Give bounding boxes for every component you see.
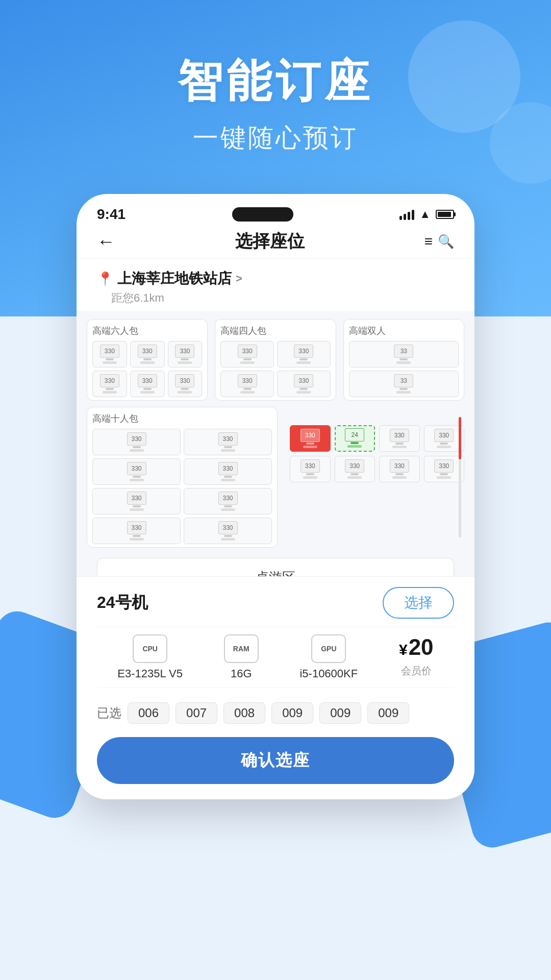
seat-item[interactable]: 330 [168,341,203,368]
gpu-icon: GPU [311,634,346,663]
room-6person-label: 高端六人包 [92,325,202,337]
seat-item[interactable]: 330 [92,429,181,455]
seat-item[interactable]: 33 [349,341,459,368]
wifi-icon: ▲ [419,208,431,221]
room-4person-seats: 330 330 330 [220,341,330,397]
ram-value: 16G [231,667,252,680]
signal-bar-1 [399,216,402,220]
signal-bar-4 [412,210,414,220]
seat-item[interactable]: 33 [349,371,459,397]
seat-item[interactable]: 330 [277,371,331,397]
seat-item[interactable]: 330 [220,341,274,368]
seat-map[interactable]: 高端六人包 330 330 330 [77,311,474,576]
price-display: ¥ 20 [399,634,434,660]
store-name-row[interactable]: 📍 上海莘庄地铁站店 > [97,269,454,288]
map-scrollbar-thumb [459,417,461,459]
confirm-button[interactable]: 确认选座 [97,737,454,784]
table-zone-label: 桌游区 [256,570,295,576]
room-4person: 高端四人包 330 330 330 [215,319,336,401]
seat-item[interactable]: 330 [92,458,181,485]
seat-item[interactable]: 330 [130,371,165,397]
spec-price: ¥ 20 会员价 [399,634,434,678]
room-6person: 高端六人包 330 330 330 [87,319,208,401]
seat-selected[interactable]: 24 [335,425,375,452]
select-button[interactable]: 选择 [383,587,454,619]
seat-map-inner: 高端六人包 330 330 330 [77,311,474,576]
machine-info-row: 24号机 选择 [97,587,454,619]
store-distance: 距您6.1km [111,290,454,306]
room-2person-seats: 33 33 [349,341,459,397]
seat-occupied[interactable]: 330 [290,425,331,452]
location-icon: 📍 [97,271,113,287]
battery-icon [436,210,454,219]
room-big-left-seats: 330 330 330 [92,429,272,544]
search-icon[interactable]: 🔍 [438,234,454,250]
ram-icon: RAM [224,634,259,663]
spec-cpu: CPU E3-1235L V5 [117,634,183,680]
seat-item[interactable]: 330 [92,371,127,397]
top-rooms-row: 高端六人包 330 330 330 [87,319,464,401]
signal-icon [399,209,414,220]
spec-gpu: GPU i5-10600KF [299,634,358,680]
price-value: 20 [409,634,434,660]
hero-title: 智能订座 [0,51,551,112]
selected-seats-row: 已选 006 007 008 009 009 009 [97,696,454,730]
dynamic-island [232,207,293,222]
room-big-right-wrapper: 330 24 330 [285,407,464,548]
room-big-right-seats: 330 24 330 [285,407,464,482]
machine-number: 24号机 [97,592,148,614]
filter-icon[interactable]: ≡ [424,233,433,250]
seat-item[interactable]: 330 [277,341,331,368]
hero-subtitle: 一键随心预订 [0,121,551,155]
seat-item[interactable]: 330 [130,341,165,368]
nav-right-icons: ≡ 🔍 [424,233,454,250]
status-time: 9:41 [97,206,126,223]
room-2person: 高端双人 33 33 [343,319,464,401]
selected-seat-5[interactable]: 009 [319,702,361,724]
room-10person-label: 高端十人包 [92,412,272,425]
seat-item[interactable]: 330 [92,341,127,368]
signal-bar-3 [408,212,410,220]
map-scrollbar [459,417,461,537]
seat-item[interactable]: 330 [220,371,274,397]
store-name: 上海莘庄地铁站店 [117,269,232,288]
seat-item[interactable]: 330 [379,425,420,452]
battery-fill [438,212,451,217]
gpu-value: i5-10600KF [299,667,358,680]
selected-seat-6[interactable]: 009 [367,702,409,724]
back-button[interactable]: ← [97,231,115,252]
seat-item[interactable]: 330 [92,518,181,544]
price-symbol: ¥ [399,641,408,658]
seat-item[interactable]: 330 [290,456,331,482]
seat-item[interactable]: 330 [168,371,203,397]
selected-seat-4[interactable]: 009 [271,702,313,724]
bottom-panel: 24号机 选择 CPU E3-1235L V5 RAM 16G [77,576,474,799]
selected-seat-1[interactable]: 006 [128,702,169,724]
seat-item[interactable]: 330 [92,488,181,514]
specs-row: CPU E3-1235L V5 RAM 16G GPU i5-10600KF [97,627,454,688]
cpu-value: E3-1235L V5 [117,667,183,680]
room-big-left: 高端十人包 330 330 330 [87,407,278,548]
spec-ram: RAM 16G [224,634,259,680]
selected-label: 已选 [97,705,121,721]
seat-item[interactable]: 330 [184,429,272,455]
seat-item[interactable]: 330 [184,518,272,544]
seat-item[interactable]: 330 [184,488,272,514]
hero-section: 智能订座 一键随心预订 [0,51,551,155]
price-label: 会员价 [401,664,432,678]
signal-bar-2 [404,214,406,220]
table-zone: 桌游区 [97,558,454,576]
big-room-row: 高端十人包 330 330 330 [87,407,464,548]
page-title: 选择座位 [235,230,305,253]
status-icons: ▲ [399,208,454,221]
room-4person-label: 高端四人包 [220,325,330,337]
selected-seat-3[interactable]: 008 [223,702,265,724]
seat-item[interactable]: 330 [335,456,375,482]
store-info: 📍 上海莘庄地铁站店 > 距您6.1km [77,259,474,311]
phone-mockup: 9:41 ▲ ← 选择座位 ≡ 🔍 📍 上海莘庄地铁站店 > [77,194,474,799]
selected-seat-2[interactable]: 007 [176,702,217,724]
room-6person-seats: 330 330 330 [92,341,202,397]
room-2person-label: 高端双人 [349,325,459,337]
seat-item[interactable]: 330 [379,456,420,482]
seat-item[interactable]: 330 [184,458,272,485]
